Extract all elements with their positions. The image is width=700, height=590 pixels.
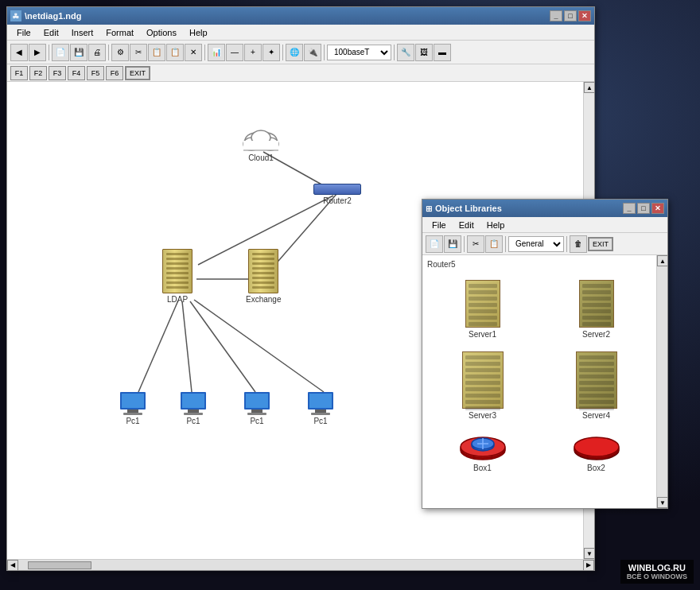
- obj-lib-close[interactable]: ✕: [651, 203, 664, 214]
- pc1c-node[interactable]: Pc1: [244, 392, 270, 425]
- cloud1-icon: [240, 123, 282, 152]
- f2-button[interactable]: F2: [29, 66, 47, 80]
- obj-lib-controls: _ □ ✕: [623, 203, 664, 214]
- chart-button[interactable]: 📊: [208, 44, 225, 61]
- close-button[interactable]: ✕: [578, 10, 591, 21]
- scroll-left-arrow[interactable]: ◀: [7, 560, 18, 571]
- cloud1-node[interactable]: Cloud1: [240, 123, 282, 162]
- lib-exit-button[interactable]: EXIT: [588, 237, 613, 251]
- scroll-thumb[interactable]: [28, 561, 91, 569]
- lib-new-button[interactable]: 📄: [426, 235, 443, 253]
- speed-dropdown[interactable]: 100baseT 10baseT 1000baseT: [327, 45, 391, 60]
- lib-server4-icon: [576, 351, 617, 409]
- scroll-down-arrow[interactable]: ▼: [584, 548, 594, 559]
- obj-lib-maximize[interactable]: □: [637, 203, 650, 214]
- pc1c-base: [247, 413, 266, 415]
- pc1d-node[interactable]: Pc1: [308, 392, 333, 425]
- lib-menu-file[interactable]: File: [426, 219, 453, 231]
- lib-copy-button[interactable]: 📋: [485, 235, 503, 253]
- forward-button[interactable]: ▶: [29, 44, 46, 61]
- watermark: WINBLOG.RU ВСЁ О WINDOWS: [620, 560, 694, 584]
- f5-button[interactable]: F5: [87, 66, 104, 80]
- horizontal-scrollbar[interactable]: ◀ ▶: [7, 559, 594, 570]
- pc1d-monitor: [308, 392, 333, 410]
- exchange-node[interactable]: Exchange: [246, 249, 281, 304]
- wrench-button[interactable]: 🔧: [397, 44, 414, 61]
- lib-menu-help[interactable]: Help: [480, 219, 511, 231]
- obj-lib-toolbar: 📄 💾 ✂ 📋 General Routers Servers 🗑 EXIT: [422, 233, 667, 255]
- save-button[interactable]: 💾: [70, 44, 88, 61]
- pc1b-monitor: [181, 392, 206, 410]
- pc1c-label: Pc1: [250, 417, 263, 425]
- print-button[interactable]: 🖨: [88, 44, 106, 61]
- lib-delete-button[interactable]: 🗑: [570, 235, 587, 253]
- router2-label: Router2: [323, 196, 352, 205]
- obj-lib-content[interactable]: Router5: [422, 255, 656, 508]
- watermark-line2: ВСЁ О WINDOWS: [627, 573, 687, 580]
- minimize-button[interactable]: _: [550, 10, 562, 21]
- lib-box1-item[interactable]: Box1: [429, 429, 536, 475]
- lib-server2-label: Server2: [582, 330, 610, 339]
- star-button[interactable]: ✦: [262, 44, 280, 61]
- lib-server4-item[interactable]: Server4: [542, 348, 650, 423]
- maximize-button[interactable]: □: [564, 10, 577, 21]
- lib-scrollbar[interactable]: ▲ ▼: [656, 255, 667, 508]
- settings-button[interactable]: ⚙: [111, 44, 129, 61]
- lib-box2-item[interactable]: Box2: [542, 429, 650, 475]
- lib-server2-icon: [579, 280, 614, 328]
- pc1a-node[interactable]: Pc1: [120, 392, 146, 425]
- line-button[interactable]: —: [226, 44, 243, 61]
- menu-help[interactable]: Help: [183, 26, 214, 39]
- lib-server1-item[interactable]: Server1: [429, 277, 536, 342]
- lib-box1-icon: [459, 433, 507, 461]
- scroll-track: [20, 561, 581, 569]
- f6-button[interactable]: F6: [106, 66, 123, 80]
- image-button[interactable]: 🖼: [415, 44, 433, 61]
- lib-scroll-up[interactable]: ▲: [657, 255, 667, 266]
- exchange-label: Exchange: [246, 295, 281, 304]
- lib-menu-edit[interactable]: Edit: [453, 219, 480, 231]
- menu-options[interactable]: Options: [140, 26, 183, 39]
- lib-scroll-down[interactable]: ▼: [657, 497, 667, 508]
- back-button[interactable]: ◀: [10, 44, 28, 61]
- lib-box1-label: Box1: [473, 464, 492, 472]
- bar-button[interactable]: ▬: [434, 44, 451, 61]
- exit-button[interactable]: EXIT: [125, 66, 150, 80]
- menu-insert[interactable]: Insert: [65, 26, 100, 39]
- add-button[interactable]: +: [244, 44, 262, 61]
- obj-lib-window: ⊞ Object Libraries _ □ ✕ File Edit Help …: [422, 199, 668, 509]
- main-title-bar: 🖧 \netdiag1.ndg _ □ ✕: [7, 7, 594, 25]
- menu-edit[interactable]: Edit: [37, 26, 65, 39]
- menu-file[interactable]: File: [10, 26, 37, 39]
- connect-button[interactable]: 🔌: [304, 44, 321, 61]
- obj-lib-minimize[interactable]: _: [623, 203, 636, 214]
- menu-format[interactable]: Format: [99, 26, 140, 39]
- new-button[interactable]: 📄: [52, 44, 69, 61]
- toolbar-sep-6: [394, 45, 395, 60]
- main-window-controls: _ □ ✕: [550, 10, 591, 21]
- f1-button[interactable]: F1: [10, 66, 28, 80]
- network-button[interactable]: 🌐: [286, 44, 303, 61]
- delete-button[interactable]: ✕: [185, 44, 202, 61]
- lib-server3-icon: [462, 351, 504, 409]
- toolbar-sep-4: [282, 45, 283, 60]
- router2-icon: [313, 184, 361, 195]
- f3-button[interactable]: F3: [49, 66, 66, 80]
- svg-line-7: [194, 300, 324, 392]
- cut-button[interactable]: ✂: [130, 44, 147, 61]
- ldap-node[interactable]: LDAP: [162, 249, 192, 304]
- lib-server3-item[interactable]: Server3: [429, 348, 536, 423]
- lib-cut-button[interactable]: ✂: [467, 235, 484, 253]
- lib-server2-item[interactable]: Server2: [542, 277, 650, 342]
- lib-save-button[interactable]: 💾: [444, 235, 461, 253]
- scroll-right-arrow[interactable]: ▶: [583, 560, 594, 571]
- paste-button[interactable]: 📋: [166, 44, 184, 61]
- lib-sep-3: [566, 236, 567, 252]
- pc1d-base: [311, 413, 330, 415]
- router2-node[interactable]: Router2: [313, 184, 361, 205]
- copy-button[interactable]: 📋: [148, 44, 165, 61]
- lib-category-dropdown[interactable]: General Routers Servers: [508, 236, 564, 252]
- pc1b-node[interactable]: Pc1: [181, 392, 206, 425]
- scroll-up-arrow[interactable]: ▲: [584, 82, 594, 93]
- f4-button[interactable]: F4: [68, 66, 85, 80]
